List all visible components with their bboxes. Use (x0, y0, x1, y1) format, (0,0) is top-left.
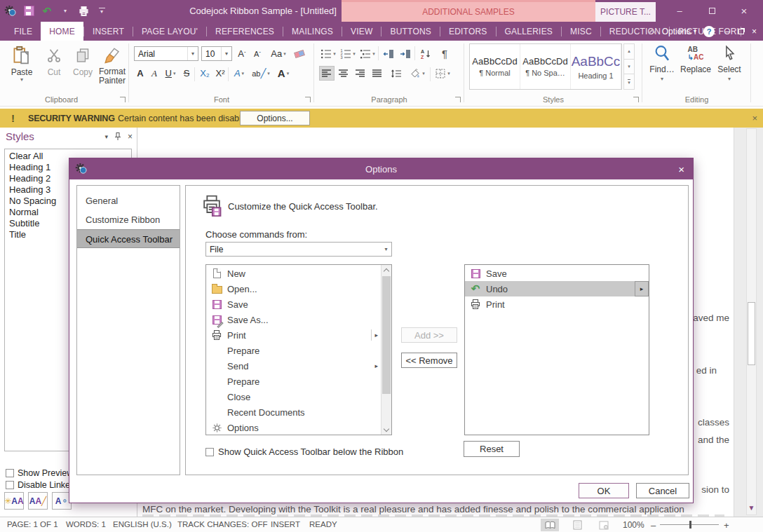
mdi-minimize-icon[interactable]: – (722, 25, 734, 38)
save-icon[interactable] (22, 4, 35, 19)
list-item[interactable]: Save As... (206, 312, 380, 327)
grow-font-button[interactable]: Aˆ (235, 46, 249, 61)
status-page[interactable]: PAGE: 1 OF 1 (7, 520, 58, 528)
font-color-button[interactable]: A (274, 66, 292, 81)
minimize-icon[interactable]: – (663, 0, 696, 22)
scrollbar-thumb[interactable] (748, 302, 755, 365)
vertical-scrollbar[interactable]: ▼ (746, 128, 757, 515)
modify-style-button[interactable]: AA╱ (28, 492, 48, 510)
change-case-button[interactable]: Aa (269, 46, 288, 61)
align-center-button[interactable] (336, 66, 351, 81)
tab-editors[interactable]: EDITORS (440, 22, 496, 41)
print-layout-button[interactable] (568, 519, 586, 531)
cancel-button[interactable]: Cancel (636, 483, 689, 498)
line-spacing-button[interactable] (388, 66, 405, 81)
clear-formatting-button[interactable] (291, 46, 308, 61)
list-item[interactable]: Prepare (206, 343, 380, 358)
zoom-slider-thumb[interactable] (689, 521, 691, 528)
collapse-ribbon-icon[interactable] (648, 29, 656, 36)
mdi-close-icon[interactable]: × (748, 25, 760, 38)
tab-insert[interactable]: INSERT (84, 22, 133, 41)
bold-button[interactable]: A (134, 66, 147, 81)
qat-items-list[interactable]: Save Undo ▸ Print (464, 264, 649, 435)
tab-view[interactable]: VIEW (342, 22, 381, 41)
align-left-button[interactable] (319, 66, 335, 81)
scroll-up-icon[interactable] (382, 265, 391, 275)
italic-button[interactable]: A (148, 66, 161, 81)
commands-list[interactable]: New Open... Save Save As... (205, 264, 392, 435)
undo-dropdown-icon[interactable]: ▾ (59, 4, 72, 19)
status-ready[interactable]: READY (309, 520, 337, 528)
ok-button[interactable]: OK (579, 483, 629, 498)
pane-dropdown-icon[interactable]: ▾ (104, 134, 108, 139)
status-words[interactable]: WORDS: 1 (66, 520, 106, 528)
warning-options-button[interactable]: Options... (240, 111, 310, 125)
print-icon[interactable] (77, 4, 90, 19)
font-family-combo[interactable]: Arial▾ (134, 46, 198, 61)
zoom-slider[interactable] (660, 524, 719, 525)
tab-misc[interactable]: MISC (562, 22, 600, 41)
status-track-changes[interactable]: TRACK CHANGES: OFF (177, 520, 267, 528)
justify-button[interactable] (370, 66, 385, 81)
status-language[interactable]: ENGLISH (U.S.) (113, 520, 172, 528)
style-card-heading1[interactable]: AaBbCc Heading 1 (571, 44, 621, 89)
help-icon[interactable]: ? (703, 26, 715, 37)
text-effects-button[interactable]: A (231, 66, 248, 81)
close-icon[interactable]: × (728, 0, 760, 22)
remove-button[interactable]: << Remove (401, 353, 457, 368)
list-item[interactable]: Open... (206, 281, 380, 296)
mdi-restore-icon[interactable] (735, 25, 747, 38)
zoom-in-icon[interactable]: + (724, 520, 729, 531)
list-item[interactable]: Print ▸ (206, 327, 380, 343)
tab-mailings[interactable]: MAILINGS (283, 22, 342, 41)
font-size-combo[interactable]: 10▾ (201, 46, 232, 61)
show-marks-button[interactable]: ¶ (437, 46, 452, 61)
dialog-title-bar[interactable]: Options × (69, 158, 693, 179)
list-item[interactable]: Save (206, 296, 380, 312)
new-style-button[interactable]: ✳AA (4, 492, 24, 510)
align-right-button[interactable] (353, 66, 368, 81)
tab-references[interactable]: REFERENCES (207, 22, 283, 41)
tab-buttons[interactable]: BUTTONS (382, 22, 440, 41)
status-insert[interactable]: INSERT (271, 520, 300, 528)
options-menu[interactable]: Options▾ (662, 27, 696, 36)
scroll-down-icon[interactable]: ▼ (747, 504, 756, 512)
numbering-button[interactable]: 123 (339, 46, 357, 61)
clipboard-dialog-launcher-icon[interactable] (120, 97, 126, 102)
list-item[interactable]: Save (465, 266, 649, 281)
list-item[interactable]: Prepare (206, 374, 380, 389)
tab-picture-tools[interactable]: PICTURE T... (595, 2, 656, 22)
contextual-tab-group[interactable]: ADDITIONAL SAMPLES (342, 0, 595, 22)
read-mode-button[interactable] (541, 519, 559, 531)
warning-close-icon[interactable]: × (752, 113, 757, 123)
gallery-down-icon[interactable]: ▾ (623, 60, 635, 75)
nav-customize-ribbon[interactable]: Customize Ribbon (77, 210, 180, 229)
style-card-normal[interactable]: AaBbCcDd ¶ Normal (470, 44, 520, 89)
gallery-expand-icon[interactable]: ▾ (623, 74, 635, 90)
style-card-no-spacing[interactable]: AaBbCcDd ¶ No Spa… (520, 44, 571, 89)
decrease-indent-button[interactable] (381, 46, 396, 61)
commands-scrollbar[interactable] (381, 265, 391, 435)
list-item[interactable]: Close (206, 389, 380, 404)
add-button[interactable]: Add >> (401, 327, 457, 343)
tab-file[interactable]: FILE (6, 22, 41, 41)
font-dialog-launcher-icon[interactable] (305, 97, 311, 102)
list-item[interactable]: Print (465, 296, 649, 312)
scroll-down-icon[interactable] (382, 425, 391, 435)
undo-icon[interactable] (41, 4, 53, 19)
shading-button[interactable] (407, 66, 427, 81)
styles-dialog-launcher-icon[interactable] (633, 97, 639, 102)
scrollbar-thumb[interactable] (382, 276, 391, 394)
pane-close-icon[interactable]: × (128, 132, 133, 142)
tab-page-layout[interactable]: PAGE LAYOU' (133, 22, 206, 41)
gallery-up-icon[interactable]: ▴ (623, 43, 635, 60)
nav-quick-access-toolbar[interactable]: Quick Access Toolbar (77, 229, 180, 248)
tab-home[interactable]: HOME (41, 22, 83, 41)
paragraph-dialog-launcher-icon[interactable] (455, 97, 461, 102)
borders-button[interactable] (433, 66, 452, 81)
subscript-button[interactable]: X₂ (197, 66, 212, 81)
tab-galleries[interactable]: GALLERIES (497, 22, 562, 41)
qat-below-ribbon-checkbox[interactable]: Show Quick Access Toolbar below the Ribb… (205, 446, 403, 457)
strikethrough-button[interactable]: S (180, 66, 193, 81)
cut-button[interactable]: Cut (41, 43, 67, 77)
